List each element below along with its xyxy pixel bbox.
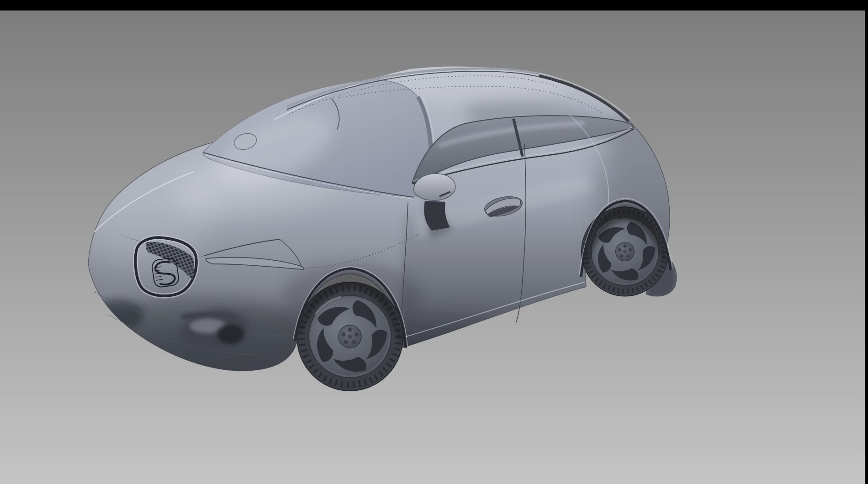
render-canvas[interactable] [0, 0, 868, 484]
render-window [0, 0, 868, 484]
